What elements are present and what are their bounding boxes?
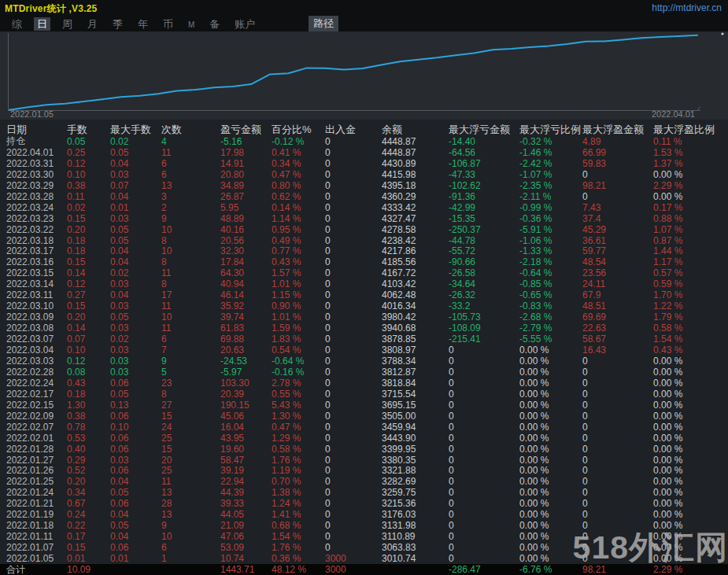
- cell-deposit: 0: [325, 476, 382, 487]
- cell-max-lots: 0.03: [110, 278, 161, 289]
- cell-max-float-loss: 0: [449, 367, 519, 378]
- cell-deposit: 0: [325, 334, 382, 345]
- menu-tab-M[interactable]: M: [185, 20, 198, 30]
- cell-max-float-loss-pct: -2.42 %: [519, 158, 582, 169]
- cell-pnl-pct: 1.29 %: [272, 433, 325, 444]
- cell-max-float-profit-pct: 0.00 %: [653, 356, 728, 367]
- daily-stats-table: 日期手数最大手数次数盈亏金额百分比%出入金余额最大浮亏金额最大浮亏比例最大浮盈金…: [0, 123, 728, 575]
- balance-chart-svg: [0, 31, 728, 120]
- menu-tab-年[interactable]: 年: [135, 17, 151, 31]
- cell-count: 20: [161, 455, 220, 466]
- cell-max-float-loss-pct: -5.91 %: [519, 224, 582, 235]
- cell-pnl-pct: 2.78 %: [272, 378, 325, 389]
- cell-date: 2022.01.24: [0, 487, 67, 498]
- cell-max-float-loss-pct: -2.68 %: [519, 311, 582, 323]
- cell-balance: 4167.72: [382, 267, 449, 278]
- cell-max-float-profit: 69.69: [582, 311, 653, 323]
- cell-balance: 3110.89: [382, 531, 449, 542]
- cell-deposit: 0: [325, 389, 382, 400]
- app-title: MTDriver统计 ,V3.25: [5, 2, 97, 16]
- cell-pnl: 20.56: [220, 235, 272, 246]
- cell-max-float-profit-pct: 0.00 %: [653, 498, 728, 509]
- menu-tab-币[interactable]: 币: [160, 17, 176, 31]
- cell-pnl: 21.09: [220, 520, 272, 531]
- col-header-pnl-pct: 百分比%: [272, 123, 325, 136]
- cell-pnl-pct: -0.16 %: [272, 367, 325, 378]
- cell-balance: 3259.75: [382, 487, 449, 498]
- cell-lots: 0.78: [67, 422, 110, 433]
- cell-pnl: 44.39: [220, 487, 272, 498]
- cell-max-float-loss: 0: [449, 531, 519, 542]
- cell-max-lots: 0.03: [110, 323, 161, 334]
- col-header-max-float-profit: 最大浮盈金额: [582, 123, 653, 136]
- total-cell-pnl-pct: 48.12 %: [272, 564, 325, 575]
- cell-date: 2022.01.25: [0, 476, 67, 487]
- cell-max-float-profit-pct: 0.00 %: [653, 367, 728, 378]
- cell-max-float-loss-pct: -2.11 %: [519, 191, 582, 202]
- cell-deposit: 0: [325, 289, 382, 300]
- cell-max-lots: 0.05: [110, 520, 161, 531]
- cell-max-float-profit-pct: 0.00 %: [653, 411, 728, 422]
- cell-max-float-profit: 58.67: [582, 334, 653, 345]
- cell-lots: 0.08: [67, 367, 110, 378]
- cell-date: 持仓: [0, 136, 67, 147]
- cell-lots: 0.10: [67, 345, 110, 356]
- cell-pnl-pct: 1.57 %: [272, 267, 325, 278]
- cell-count: 13: [161, 180, 220, 191]
- cell-max-float-loss-pct: 0.00 %: [519, 356, 582, 367]
- cell-max-lots: 0.06: [110, 498, 161, 509]
- cell-count: 10: [161, 224, 220, 235]
- cell-lots: 0.14: [67, 267, 110, 278]
- cell-max-float-loss-pct: 0.00 %: [519, 400, 582, 411]
- cell-date: 2022.03.04: [0, 345, 67, 356]
- cell-deposit: 0: [325, 433, 382, 444]
- path-button[interactable]: 路径: [309, 16, 338, 31]
- cell-pnl-pct: 1.41 %: [272, 509, 325, 520]
- cell-count: 8: [161, 278, 220, 289]
- cell-date: 2022.03.11: [0, 289, 67, 300]
- cell-max-float-profit: 0: [582, 400, 653, 411]
- cell-balance: 4327.47: [382, 213, 449, 224]
- title-bar: MTDriver统计 ,V3.25 http://mtdriver.cn: [0, 0, 728, 16]
- cell-max-lots: 0.04: [110, 509, 161, 520]
- cell-lots: 0.20: [67, 224, 110, 235]
- menu-tab-月[interactable]: 月: [84, 17, 101, 31]
- cell-max-float-profit-pct: 1.17 %: [653, 256, 728, 267]
- cell-balance: 4278.58: [382, 224, 449, 235]
- cell-lots: 0.53: [67, 433, 110, 444]
- cell-max-float-loss: 0: [449, 356, 519, 367]
- cell-max-float-profit-pct: 0.59 %: [653, 278, 728, 289]
- cell-deposit: 0: [325, 300, 382, 311]
- cell-deposit: 0: [325, 520, 382, 531]
- menu-tab-日[interactable]: 日: [34, 17, 50, 31]
- cell-max-lots: 0.13: [110, 400, 161, 411]
- cell-deposit: 0: [325, 531, 382, 542]
- cell-max-float-profit-pct: 0.00 %: [653, 465, 728, 476]
- cell-max-float-loss-pct: 0.00 %: [519, 422, 582, 433]
- menu-tab-账户[interactable]: 账户: [231, 17, 258, 31]
- cell-pnl-pct: 0.47 %: [272, 422, 325, 433]
- chart-end-date-label: 2022.04.01: [652, 109, 695, 119]
- cell-balance: 3063.83: [382, 542, 449, 553]
- menu-tab-备[interactable]: 备: [206, 17, 223, 31]
- cell-deposit: 0: [325, 278, 382, 289]
- website-link[interactable]: http://mtdriver.cn: [652, 2, 722, 13]
- cell-pnl-pct: -0.12 %: [272, 136, 325, 147]
- menu-tab-综[interactable]: 综: [9, 17, 25, 31]
- cell-lots: 0.12: [67, 278, 110, 289]
- col-header-max-float-loss: 最大浮亏金额: [449, 123, 519, 136]
- cell-deposit: 0: [325, 235, 382, 246]
- cell-lots: 0.20: [67, 476, 110, 487]
- cell-count: 24: [161, 422, 220, 433]
- cell-max-float-profit: 0: [582, 169, 653, 180]
- cell-deposit: 0: [325, 542, 382, 553]
- menu-tab-季[interactable]: 季: [109, 17, 126, 31]
- cell-deposit: 0: [325, 147, 382, 158]
- menu-tab-周[interactable]: 周: [59, 17, 76, 31]
- cell-date: 2022.01.11: [0, 531, 67, 542]
- total-cell-count: [161, 564, 220, 575]
- cell-max-float-profit-pct: 2.29 %: [653, 180, 728, 191]
- col-header-count: 次数: [161, 123, 220, 136]
- cell-max-float-profit-pct: 0.00 %: [653, 444, 728, 455]
- cell-deposit: 0: [325, 136, 382, 147]
